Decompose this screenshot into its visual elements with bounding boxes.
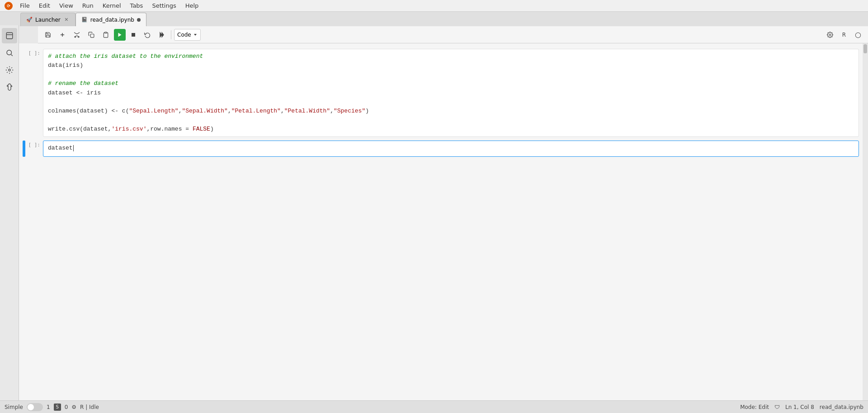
- menu-help[interactable]: Help: [181, 1, 203, 10]
- svg-rect-0: [6, 33, 13, 39]
- cell-1-container: [ ]: # attach the iris dataset to the en…: [23, 49, 859, 137]
- cell-1-line-6: [48, 98, 854, 107]
- svg-rect-7: [90, 34, 94, 38]
- stop-button[interactable]: [127, 29, 139, 41]
- menu-edit[interactable]: Edit: [34, 1, 55, 10]
- status-mode-edit: Mode: Edit: [740, 404, 769, 410]
- cell-2-editor[interactable]: dataset: [43, 141, 859, 157]
- cell-2-line-1: dataset: [48, 144, 854, 153]
- toolbar-separator: [171, 30, 171, 39]
- svg-point-1: [7, 50, 12, 55]
- menu-run[interactable]: Run: [78, 1, 98, 10]
- cell-2-number: [ ]:: [27, 141, 43, 157]
- svg-rect-8: [105, 32, 107, 33]
- cut-button[interactable]: [71, 29, 83, 41]
- launcher-icon: 🚀: [26, 17, 33, 23]
- svg-point-2: [8, 69, 10, 71]
- status-line-number: 1: [47, 404, 50, 410]
- status-right-section: Mode: Edit 🛡 Ln 1, Col 8 read_data.ipynb: [740, 404, 863, 410]
- cell-2-container: [ ]: dataset: [23, 141, 859, 157]
- notebook-icon: 📓: [81, 17, 88, 23]
- tab-notebook[interactable]: 📓 read_data.ipynb: [75, 13, 146, 26]
- notebook-content: [ ]: # attach the iris dataset to the en…: [19, 43, 863, 400]
- sidebar-extensions-button[interactable]: [2, 62, 17, 78]
- cell-1-line-4: # rename the dataset: [48, 79, 854, 88]
- svg-point-13: [829, 34, 831, 36]
- tab-notebook-label: read_data.ipynb: [90, 17, 134, 23]
- status-filename: read_data.ipynb: [820, 404, 863, 410]
- toggle-knob: [28, 404, 34, 410]
- copy-button[interactable]: [85, 29, 98, 41]
- cell-type-label: Code: [177, 32, 191, 38]
- cell-2-active-indicator: [23, 141, 25, 157]
- cell-1-line-7: colnames(dataset) <- c("Sepal.Length","S…: [48, 107, 854, 116]
- sidebar-debug-button[interactable]: [2, 80, 17, 95]
- cell-1-line-2: data(iris): [48, 61, 854, 70]
- status-zero-label: 0: [65, 404, 68, 410]
- cell-1-line-5: dataset <- iris: [48, 89, 854, 98]
- menu-settings[interactable]: Settings: [147, 1, 180, 10]
- status-s-label: S: [54, 404, 61, 411]
- restart-button[interactable]: [141, 29, 154, 41]
- simple-label: Simple: [5, 404, 23, 410]
- cell-1-line-3: [48, 70, 854, 79]
- paste-button[interactable]: [99, 29, 112, 41]
- menu-view[interactable]: View: [55, 1, 78, 10]
- tab-launcher[interactable]: 🚀 Launcher ✕: [20, 13, 75, 26]
- app-logo: ⟳: [5, 2, 13, 10]
- tab-launcher-label: Launcher: [35, 17, 61, 23]
- cell-1-editor[interactable]: # attach the iris dataset to the environ…: [43, 49, 859, 137]
- scrollbar-thumb[interactable]: [863, 44, 867, 53]
- status-position: Ln 1, Col 8: [785, 404, 814, 410]
- svg-marker-12: [162, 32, 164, 37]
- unsaved-indicator: [137, 18, 141, 22]
- cell-1-indicator: [23, 49, 25, 137]
- status-left-section: Simple 1 S 0 ⚙ R | Idle: [5, 403, 99, 411]
- svg-marker-9: [118, 33, 122, 37]
- cell-1-line-9: write.csv(dataset,'iris.csv',row.names =…: [48, 125, 854, 134]
- sidebar-search-button[interactable]: [2, 45, 17, 61]
- menu-tabs[interactable]: Tabs: [126, 1, 148, 10]
- settings-button[interactable]: [824, 29, 836, 41]
- close-launcher-button[interactable]: ✕: [63, 17, 70, 23]
- menu-kernel[interactable]: Kernel: [98, 1, 126, 10]
- left-sidebar: [0, 25, 19, 400]
- add-cell-button[interactable]: [56, 29, 69, 41]
- cell-1-line-8: [48, 116, 854, 125]
- kernel-status-circle: ○: [852, 29, 864, 41]
- svg-marker-11: [160, 32, 162, 37]
- status-bar: Simple 1 S 0 ⚙ R | Idle Mode: Edit 🛡 Ln …: [0, 400, 868, 413]
- svg-rect-10: [132, 33, 135, 37]
- menu-file[interactable]: File: [15, 1, 34, 10]
- cell-1-number: [ ]:: [27, 49, 43, 137]
- kernel-r-indicator: R: [838, 29, 850, 41]
- cell-type-selector[interactable]: Code: [174, 29, 201, 41]
- run-cell-button[interactable]: [114, 29, 126, 41]
- scrollbar[interactable]: [863, 43, 868, 400]
- status-settings-icon[interactable]: ⚙: [71, 404, 76, 410]
- status-shield-icon: 🛡: [774, 404, 780, 410]
- restart-run-all-button[interactable]: [156, 29, 168, 41]
- status-mode: R | Idle: [80, 404, 99, 410]
- simple-toggle[interactable]: [27, 403, 43, 411]
- cell-1-line-1: # attach the iris dataset to the environ…: [48, 52, 854, 61]
- save-button[interactable]: [42, 29, 54, 41]
- sidebar-files-button[interactable]: [2, 28, 17, 43]
